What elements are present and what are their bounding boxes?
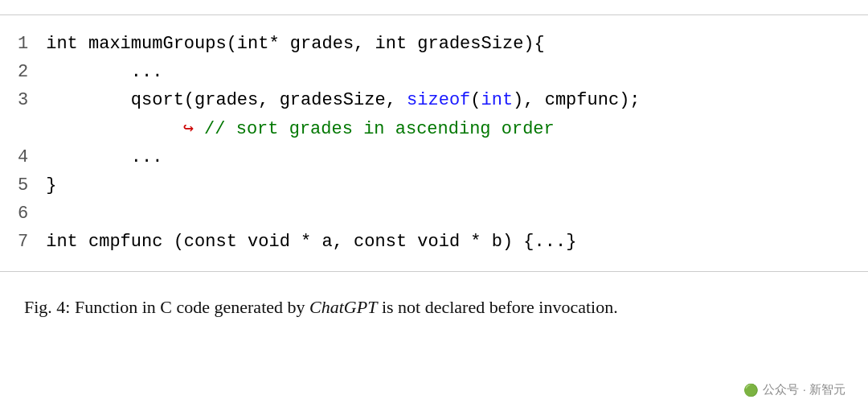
code-line-3: 3 qsort(grades, gradesSize, sizeof(int),… xyxy=(0,86,868,142)
line-number: 4 xyxy=(0,143,46,171)
keyword-int: int xyxy=(46,34,78,54)
keyword-int4: int xyxy=(46,232,78,252)
comment-text: // sort grades in ascending order xyxy=(204,119,555,139)
keyword-int2: int xyxy=(237,34,269,54)
line-code: int cmpfunc (const void * a, const void … xyxy=(46,228,868,256)
code-line-1: 1 int maximumGroups(int* grades, int gra… xyxy=(0,30,868,58)
watermark-text: 公众号 · 新智元 xyxy=(763,382,845,397)
caption-text-before: Function in C code generated by xyxy=(70,297,309,317)
watermark: 🟢 公众号 · 新智元 xyxy=(743,382,845,397)
code-table: 1 int maximumGroups(int* grades, int gra… xyxy=(0,30,868,257)
line-code: int maximumGroups(int* grades, int grade… xyxy=(46,30,868,58)
arrow-icon: ↪ xyxy=(183,119,194,139)
line-number: 1 xyxy=(0,30,46,58)
code-line-5: 5 } xyxy=(0,171,868,200)
caption-text-after: is not declared before invocation. xyxy=(377,297,617,317)
line-number: 7 xyxy=(0,228,46,256)
line-number: 6 xyxy=(0,200,46,228)
line-number: 3 xyxy=(0,86,46,142)
figure-caption: Fig. 4: Function in C code generated by … xyxy=(0,272,868,328)
keyword-int-sizeof: int xyxy=(481,90,514,110)
line-code: ... xyxy=(46,58,868,86)
line-number: 2 xyxy=(0,58,46,86)
line-code xyxy=(46,200,868,228)
code-line-7: 7 int cmpfunc (const void * a, const voi… xyxy=(0,228,868,256)
line-code: ... xyxy=(46,143,868,171)
keyword-const: const xyxy=(184,232,237,252)
line-code: } xyxy=(46,171,868,200)
watermark-icon: 🟢 xyxy=(743,383,759,397)
keyword-int3: int xyxy=(375,34,407,54)
caption-italic: ChatGPT xyxy=(309,297,377,317)
keyword-sizeof: sizeof xyxy=(407,90,470,110)
caption-label: Fig. 4: xyxy=(24,297,70,317)
code-line-2: 2 ... xyxy=(0,58,868,86)
code-block: 1 int maximumGroups(int* grades, int gra… xyxy=(0,14,868,272)
code-line-6: 6 xyxy=(0,200,868,228)
line-number: 5 xyxy=(0,171,46,200)
line-code: qsort(grades, gradesSize, sizeof(int), c… xyxy=(46,86,868,142)
keyword-const2: const xyxy=(354,232,407,252)
code-line-4: 4 ... xyxy=(0,143,868,171)
